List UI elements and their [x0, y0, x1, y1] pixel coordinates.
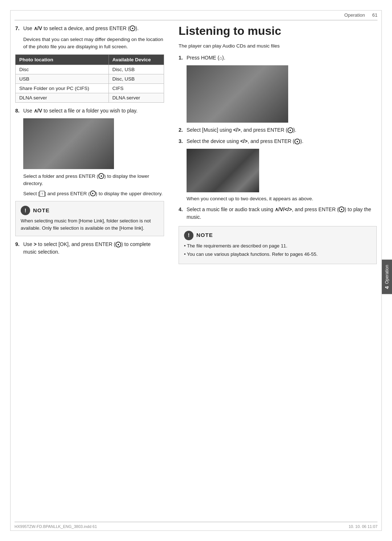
step-r2: 2. Select [Music] using </>, and press E… — [179, 126, 377, 134]
step-r3: 3. Select the device using </>, and pres… — [179, 138, 377, 145]
note-icon-2: ! — [184, 231, 193, 240]
step-r4: 4. Select a music file or audio track us… — [179, 206, 377, 221]
step-9-num: 9. — [15, 241, 23, 256]
page-footer: HX995TZW-FD.BPANLLK_ENG_3803.indd 61 10.… — [15, 522, 377, 529]
note-content-2: The file requirements are described on p… — [184, 242, 371, 258]
note-bullets: The file requirements are described on p… — [184, 242, 371, 258]
screenshot-home-menu — [187, 65, 288, 123]
enter-icon-6: ● — [294, 139, 300, 144]
table-row: DLNA server DLNA server — [16, 93, 164, 102]
table-cell-loc-4: DLNA server — [16, 93, 109, 102]
note-header-1: ! NOTE — [21, 206, 159, 215]
step-9: 9. Use > to select [OK], and press ENTER… — [15, 241, 164, 256]
note-title-2: NOTE — [196, 231, 213, 239]
header-page-num: 61 — [372, 12, 377, 18]
table-cell-loc-1: Disc — [16, 65, 109, 74]
page-header: Operation 61 — [15, 12, 377, 20]
step-r2-num: 2. — [179, 126, 187, 134]
note-bullet-2: You can use various playback functions. … — [184, 251, 371, 258]
step-r1-num: 1. — [179, 54, 187, 62]
note-box-2: ! NOTE The file requirements are describ… — [179, 226, 377, 264]
sub-para-up: Select [↑] and press ENTER (●) to displa… — [23, 190, 164, 197]
enter-icon-5: ● — [287, 127, 293, 133]
table-cell-loc-2: USB — [16, 74, 109, 83]
footer-left: HX995TZW-FD.BPANLLK_ENG_3803.indd 61 — [15, 524, 97, 529]
table-cell-loc-3: Share Folder on your PC (CIFS) — [16, 83, 109, 93]
step-r1: 1. Press HOME (⌂). — [179, 54, 377, 62]
enter-icon: ● — [130, 25, 135, 31]
right-column: Listening to music The player can play A… — [175, 25, 377, 521]
step-7: 7. Use ∧/V to select a device, and press… — [15, 25, 164, 32]
table-row: Disc Disc, USB — [16, 65, 164, 74]
intro-text: The player can play Audio CDs and music … — [179, 42, 377, 50]
table-cell-dev-3: CIFS — [109, 83, 164, 93]
enter-icon-4: ● — [115, 242, 121, 247]
note-header-2: ! NOTE — [184, 231, 371, 240]
step-r1-text: Press HOME (⌂). — [187, 54, 377, 62]
step-8-text: Use ∧/V to select a file or a folder you… — [23, 107, 164, 115]
step-r4-text: Select a music file or audio track using… — [187, 206, 377, 221]
sub-para-enter: Select a folder and press ENTER (●) to d… — [23, 173, 164, 188]
table-header-location: Photo location — [16, 54, 109, 65]
step-8: 8. Use ∧/V to select a file or a folder … — [15, 107, 164, 115]
enter-icon-7: ● — [339, 206, 344, 212]
side-tab-label: Operation — [384, 265, 389, 284]
side-tab-number: 4 — [384, 286, 390, 289]
enter-icon-3: ● — [90, 190, 96, 196]
table-cell-dev-2: Disc, USB — [109, 74, 164, 83]
step-7-text: Use ∧/V to select a device, and press EN… — [23, 25, 164, 32]
table-cell-dev-4: DLNA server — [109, 93, 164, 102]
device-table: Photo location Available Device Disc Dis… — [15, 54, 164, 103]
step-7-num: 7. — [15, 25, 23, 32]
page-border-top — [10, 10, 382, 11]
footer-right: 10. 10. 06 11:07 — [348, 524, 377, 529]
step-7-subpara: Devices that you can select may differ d… — [23, 36, 164, 51]
step-r2-text: Select [Music] using </>, and press ENTE… — [187, 126, 377, 134]
step-9-text: Use > to select [OK], and press ENTER (●… — [23, 241, 164, 256]
step-r3-num: 3. — [179, 138, 187, 145]
section-title: Listening to music — [179, 25, 377, 37]
side-tab: 4 Operation — [382, 260, 392, 294]
step-8-num: 8. — [15, 107, 23, 115]
screenshot-folder — [23, 118, 114, 169]
table-row: Share Folder on your PC (CIFS) CIFS — [16, 83, 164, 93]
step-r4-num: 4. — [179, 206, 187, 221]
note-bullet-1: The file requirements are described on p… — [184, 242, 371, 250]
table-header-device: Available Device — [109, 54, 164, 65]
step-r3-subpara: When you connect up to two devices, it a… — [187, 195, 377, 202]
screenshot-device — [187, 149, 259, 192]
table-cell-dev-1: Disc, USB — [109, 65, 164, 74]
table-row: USB Disc, USB — [16, 74, 164, 83]
note-title-1: NOTE — [33, 206, 50, 215]
note-box-1: ! NOTE When selecting music from [Home L… — [15, 201, 164, 236]
home-icon: ⌂ — [219, 54, 222, 62]
enter-icon-2: ● — [98, 173, 104, 179]
main-content: 7. Use ∧/V to select a device, and press… — [15, 25, 377, 521]
header-section: Operation — [344, 12, 365, 18]
note-content-1: When selecting music from [Home Link], f… — [21, 217, 159, 231]
left-column: 7. Use ∧/V to select a device, and press… — [15, 25, 175, 521]
note-icon-1: ! — [21, 206, 30, 215]
step-r3-text: Select the device using </>, and press E… — [187, 138, 377, 145]
page-border-left — [10, 10, 11, 531]
page-border-bottom — [10, 530, 382, 531]
